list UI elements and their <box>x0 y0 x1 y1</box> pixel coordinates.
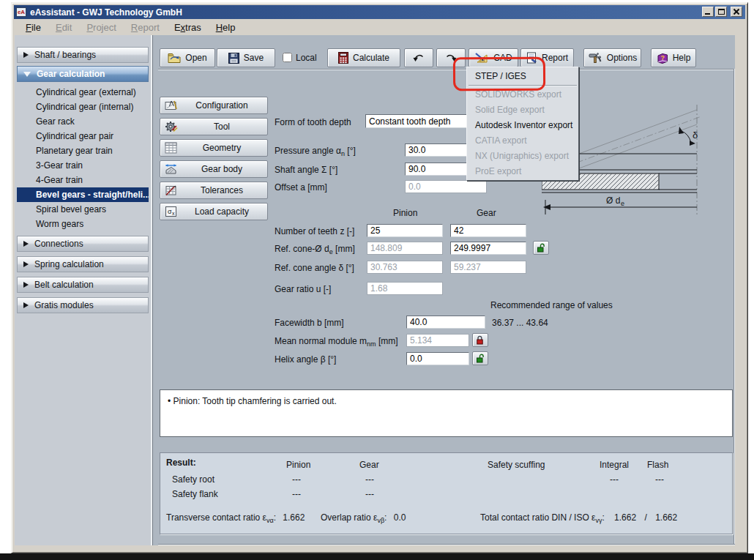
maximize-button[interactable] <box>715 7 727 17</box>
sidebar: Shaft / bearings Gear calculation Cylind… <box>15 35 151 545</box>
sidebar-item-cylindrical-gear-internal[interactable]: Cylindrical gear (internal) <box>17 100 149 114</box>
menu-item-autodesk-inventor-export[interactable]: Autodesk Inventor export <box>468 118 578 133</box>
local-checkbox-label: Local <box>296 53 317 63</box>
recommended-range-label: Recommended range of values <box>490 300 613 310</box>
collapsed-arrow-icon <box>23 261 29 267</box>
load-capacity-button[interactable]: σ x Load capacity <box>160 203 268 220</box>
expanded-arrow-icon <box>23 72 31 77</box>
result-pinion-header: Pinion <box>286 460 310 470</box>
app-icon: eA <box>16 7 26 17</box>
tool-button[interactable]: Tool <box>160 118 268 135</box>
gear-ratio-input <box>367 282 443 295</box>
calculator-icon <box>338 52 348 64</box>
tooth-depth-label: Form of tooth depth <box>275 117 351 127</box>
transverse-contact-ratio: Transverse contact ratio εvα: 1.662 <box>166 512 305 524</box>
safety-flank-label: Safety flank <box>172 489 218 499</box>
help-book-icon: ? <box>657 53 668 64</box>
sidebar-item-cylindrical-gear-external[interactable]: Cylindrical gear (external) <box>17 85 149 100</box>
sidebar-section-shaft-bearings[interactable]: Shaft / bearings <box>17 47 149 63</box>
teeth-pinion-input[interactable] <box>367 224 443 237</box>
red-highlight-annotation <box>453 57 545 92</box>
offset-input <box>405 180 487 193</box>
facewidth-range-value: 36.37 ... 43.64 <box>492 318 548 328</box>
menu-item-solid-edge-export: Solid Edge export <box>468 102 578 118</box>
sidebar-section-connections[interactable]: Connections <box>17 236 149 252</box>
ref-cone-angle-gear-input <box>450 261 526 274</box>
sidebar-item-3-gear-train[interactable]: 3-Gear train <box>17 158 149 173</box>
pressure-angle-input[interactable] <box>405 143 475 157</box>
helix-angle-lock-button[interactable] <box>472 351 488 365</box>
sidebar-item-bevel-gears[interactable]: Bevel gears - straight/heli... <box>17 187 149 202</box>
result-integral-header: Integral <box>600 460 629 470</box>
ref-cone-diameter-gear-input[interactable] <box>450 242 526 255</box>
geometry-grid-icon <box>165 142 178 154</box>
total-contact-ratio: Total contact ratio DIN / ISO εvγ: 1.662… <box>480 512 677 524</box>
menu-extras[interactable]: Extras <box>167 20 209 34</box>
save-floppy-icon <box>228 53 239 64</box>
gear-body-button[interactable]: Gear body <box>160 160 268 178</box>
safety-flank-gear-value: --- <box>365 489 374 499</box>
screen: eA eAssistant - GWJ Technology GmbH File… <box>0 0 754 560</box>
gear-column-header: Gear <box>477 208 496 218</box>
menubar: File Edit Project Report Extras Help <box>14 20 745 34</box>
mean-module-lock-button[interactable] <box>472 333 488 347</box>
minimize-button[interactable] <box>702 7 714 17</box>
sidebar-section-gear-calculation[interactable]: Gear calculation <box>17 66 149 82</box>
overlap-ratio: Overlap ratio εvβ: 0.0 <box>321 512 406 524</box>
helix-angle-input[interactable] <box>406 352 469 365</box>
maximize-icon <box>718 9 725 15</box>
helix-angle-label: Helix angle β [°] <box>275 354 336 365</box>
options-tools-icon <box>588 52 602 64</box>
question-mark: ? <box>660 54 665 61</box>
safety-root-label: Safety root <box>172 474 214 485</box>
local-checkbox[interactable] <box>283 53 292 62</box>
sidebar-section-belt-calculation[interactable]: Belt calculation <box>17 277 149 293</box>
open-button[interactable]: Open <box>160 48 215 67</box>
menu-item-nx-unigraphics-export: NX (Unigraphics) export <box>468 149 578 164</box>
geometry-button[interactable]: Geometry <box>160 139 268 157</box>
closed-lock-icon <box>476 335 485 345</box>
save-button[interactable]: Save <box>217 48 275 67</box>
shaft-angle-label: Shaft angle Σ [°] <box>275 165 337 175</box>
help-button[interactable]: ? Help <box>651 48 696 67</box>
diameter-de-sub: e <box>621 200 624 207</box>
open-lock-icon <box>537 243 545 253</box>
collapsed-arrow-icon <box>23 52 29 58</box>
shaft-angle-input[interactable] <box>405 163 475 176</box>
pressure-angle-label: Pressure angle αn [°] <box>275 146 356 157</box>
sidebar-item-cylindrical-gear-pair[interactable]: Cylindrical gear pair <box>17 129 149 143</box>
result-title: Result: <box>166 458 196 468</box>
tolerances-button[interactable]: Tolerances <box>160 182 268 199</box>
sidebar-section-spring-calculation[interactable]: Spring calculation <box>17 256 149 272</box>
sidebar-item-gear-rack[interactable]: Gear rack <box>17 114 149 129</box>
facewidth-input[interactable] <box>406 316 485 329</box>
sidebar-section-gratis-modules[interactable]: Gratis modules <box>17 297 149 313</box>
undo-button[interactable] <box>404 48 433 67</box>
delta-angle-label: δ <box>693 130 698 141</box>
menu-help[interactable]: Help <box>209 20 243 34</box>
result-flash-header: Flash <box>647 460 668 470</box>
menu-project: Project <box>79 20 123 34</box>
close-button[interactable] <box>731 7 742 17</box>
calculate-button[interactable]: Calculate <box>327 48 400 67</box>
sidebar-item-4-gear-train[interactable]: 4-Gear train <box>17 173 149 187</box>
ref-cone-angle-pinion-input <box>367 261 443 274</box>
result-gear-header: Gear <box>359 460 379 470</box>
ref-cone-diameter-lock-button[interactable] <box>533 241 549 255</box>
menu-file[interactable]: File <box>18 20 48 34</box>
sidebar-item-planetary-gear-train[interactable]: Planetary gear train <box>17 143 149 158</box>
options-button[interactable]: Options <box>583 48 641 67</box>
sidebar-item-spiral-bevel-gears[interactable]: Spiral bevel gears <box>17 202 149 217</box>
pinion-column-header: Pinion <box>393 208 417 218</box>
sidebar-item-worm-gears[interactable]: Worm gears <box>17 217 149 231</box>
titlebar: eA eAssistant - GWJ Technology GmbH <box>14 5 745 19</box>
configuration-button[interactable]: Configuration <box>160 97 268 114</box>
tool-gear-icon <box>165 121 178 132</box>
configuration-icon <box>165 100 178 111</box>
safety-root-gear-value: --- <box>365 474 374 485</box>
menu-edit: Edit <box>48 20 79 34</box>
window-title: eAssistant - GWJ Technology GmbH <box>30 7 182 18</box>
collapsed-arrow-icon <box>23 282 29 288</box>
teeth-gear-input[interactable] <box>450 224 526 237</box>
message-text: • Pinion: Tooth tip chamfering is carrie… <box>168 396 337 406</box>
